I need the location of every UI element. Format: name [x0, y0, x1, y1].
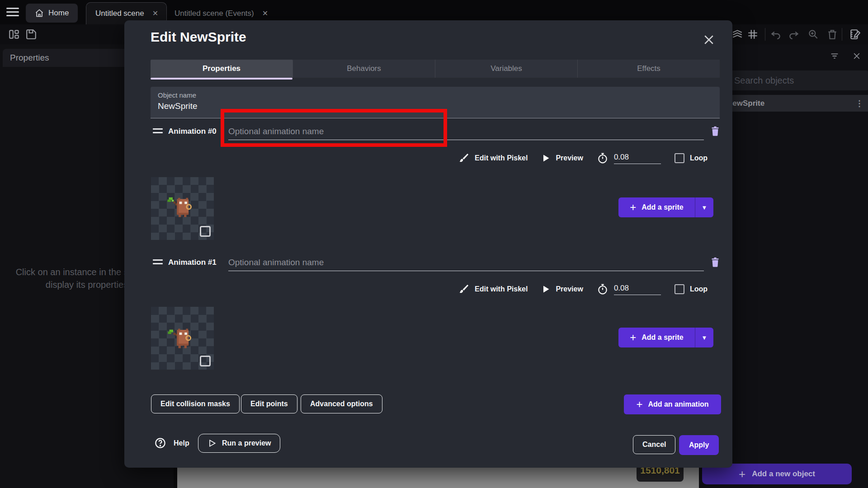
close-tab-icon[interactable]: ✕	[152, 10, 158, 17]
dialog-title: Edit NewSprite	[151, 29, 246, 45]
animation-name-input[interactable]	[228, 254, 704, 271]
delete-icon[interactable]	[826, 28, 838, 40]
tab-events-label: Untitled scene (Events)	[175, 9, 254, 18]
plus-icon: +	[630, 201, 636, 214]
add-sprite-button[interactable]: + Add a sprite ▼	[618, 197, 713, 217]
time-between-frames-input[interactable]	[614, 153, 661, 164]
advanced-options-button[interactable]: Advanced options	[301, 394, 382, 413]
animation-0-header: Animation #0	[151, 123, 720, 141]
animation-label: Animation #1	[168, 258, 217, 267]
close-tab-icon[interactable]: ✕	[262, 10, 268, 17]
plus-icon: +	[630, 331, 636, 344]
tab-effects[interactable]: Effects	[578, 60, 720, 78]
time-between-frames-field[interactable]	[597, 283, 661, 295]
edit-collision-masks-button[interactable]: Edit collision masks	[151, 394, 240, 413]
home-icon	[35, 9, 44, 18]
animation-name-input[interactable]	[228, 123, 704, 140]
object-name-field[interactable]: Object name NewSprite	[151, 87, 720, 118]
panels-layout-icon[interactable]	[8, 28, 20, 40]
sprite-frame-thumbnail[interactable]	[151, 307, 214, 370]
layers-icon[interactable]	[731, 28, 743, 40]
drag-handle-icon[interactable]	[153, 259, 163, 267]
zoom-in-icon[interactable]	[807, 28, 819, 40]
toolbar-divider	[842, 28, 842, 41]
loop-checkbox[interactable]	[675, 153, 684, 163]
tab-properties[interactable]: Properties	[151, 60, 293, 78]
save-icon[interactable]	[25, 28, 37, 40]
edit-sprite-dialog: Edit NewSprite Properties Behaviors Vari…	[124, 20, 732, 468]
properties-panel-title: Properties	[10, 53, 49, 63]
play-icon	[541, 285, 550, 294]
dialog-tabs: Properties Behaviors Variables Effects	[151, 60, 720, 80]
stopwatch-icon	[597, 152, 609, 164]
sprite-frame-thumbnail[interactable]	[151, 177, 214, 240]
gdevelop-window: Home Untitled scene ✕ Untitled scene (Ev…	[0, 0, 868, 488]
drag-handle-icon[interactable]	[153, 128, 163, 136]
time-between-frames-field[interactable]	[597, 152, 661, 164]
hamburger-menu-icon[interactable]	[6, 8, 19, 17]
edit-with-piskel-button[interactable]: Edit with Piskel	[458, 153, 528, 164]
add-sprite-button[interactable]: + Add a sprite ▼	[618, 328, 713, 347]
tab-home[interactable]: Home	[26, 4, 78, 23]
frame-select-checkbox[interactable]	[200, 226, 211, 237]
redo-icon[interactable]	[788, 28, 800, 40]
help-icon	[154, 437, 166, 449]
time-between-frames-input[interactable]	[614, 284, 661, 295]
loop-toggle[interactable]: Loop	[675, 284, 708, 294]
stopwatch-icon	[597, 283, 609, 295]
animation-1-actions: Edit with Piskel Preview Loop	[151, 280, 708, 298]
tab-home-label: Home	[48, 9, 69, 18]
plus-icon: +	[636, 398, 642, 411]
sprite-image	[164, 190, 202, 228]
plus-icon: +	[739, 467, 745, 481]
add-animation-button[interactable]: + Add an animation	[624, 394, 721, 414]
animation-1-header: Animation #1	[151, 254, 720, 272]
cancel-button[interactable]: Cancel	[633, 435, 675, 454]
object-name-field-value: NewSprite	[158, 101, 712, 111]
animation-label: Animation #0	[168, 127, 217, 136]
active-tab-underline	[151, 78, 292, 80]
filter-icon[interactable]	[830, 51, 840, 61]
brush-icon	[458, 153, 469, 164]
tab-behaviors[interactable]: Behaviors	[293, 60, 435, 78]
toolbar-divider	[765, 28, 765, 41]
delete-animation-icon[interactable]	[709, 256, 721, 268]
add-sprite-dropdown[interactable]: ▼	[695, 328, 713, 347]
edit-events-icon[interactable]	[849, 28, 861, 40]
help-button[interactable]: Help	[154, 437, 189, 449]
object-name-label: NewSprite	[727, 99, 764, 108]
tab-variables[interactable]: Variables	[435, 60, 578, 78]
edit-with-piskel-button[interactable]: Edit with Piskel	[458, 284, 528, 295]
object-menu-icon[interactable]: ⋮	[855, 102, 863, 105]
play-icon	[541, 154, 550, 163]
preview-button[interactable]: Preview	[541, 154, 583, 163]
animation-0-actions: Edit with Piskel Preview Loop	[151, 149, 708, 167]
undo-icon[interactable]	[770, 28, 782, 40]
object-name-field-label: Object name	[158, 91, 712, 99]
apply-button[interactable]: Apply	[679, 435, 719, 455]
objects-panel-tools	[830, 51, 861, 61]
sprite-image	[164, 319, 202, 357]
play-outline-icon	[208, 439, 217, 448]
edit-points-button[interactable]: Edit points	[241, 394, 297, 413]
dialog-close-icon[interactable]	[702, 33, 716, 47]
grid-icon[interactable]	[747, 28, 759, 40]
scene-canvas-edge	[177, 468, 699, 488]
run-preview-button[interactable]: Run a preview	[198, 434, 280, 453]
preview-button[interactable]: Preview	[541, 285, 583, 294]
loop-toggle[interactable]: Loop	[675, 153, 708, 163]
add-sprite-dropdown[interactable]: ▼	[695, 197, 713, 217]
loop-checkbox[interactable]	[675, 284, 684, 294]
brush-icon	[458, 284, 469, 295]
delete-animation-icon[interactable]	[709, 125, 721, 137]
frame-select-checkbox[interactable]	[200, 356, 211, 366]
tab-scene-label: Untitled scene	[95, 9, 144, 18]
close-panel-icon[interactable]	[852, 52, 861, 61]
